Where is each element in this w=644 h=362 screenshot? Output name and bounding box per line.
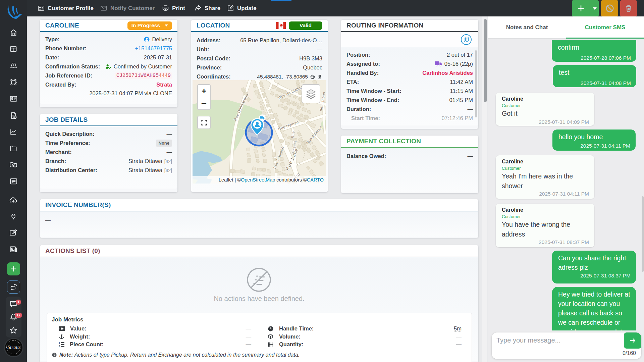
svg-text:2: 2 xyxy=(59,345,60,347)
svg-text:1: 1 xyxy=(59,342,60,344)
